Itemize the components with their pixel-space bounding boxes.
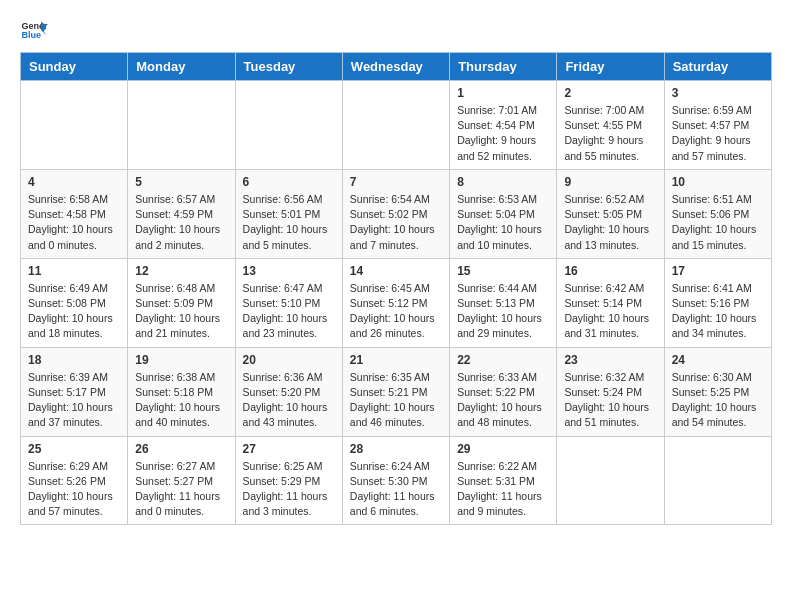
day-number: 7 xyxy=(350,175,442,189)
day-number: 11 xyxy=(28,264,120,278)
calendar-header-monday: Monday xyxy=(128,53,235,81)
calendar-week-4: 18Sunrise: 6:39 AMSunset: 5:17 PMDayligh… xyxy=(21,347,772,436)
day-info: Sunrise: 6:24 AMSunset: 5:30 PMDaylight:… xyxy=(350,459,442,520)
day-number: 25 xyxy=(28,442,120,456)
day-info: Sunrise: 6:29 AMSunset: 5:26 PMDaylight:… xyxy=(28,459,120,520)
calendar-header-saturday: Saturday xyxy=(664,53,771,81)
day-number: 14 xyxy=(350,264,442,278)
day-info: Sunrise: 7:01 AMSunset: 4:54 PMDaylight:… xyxy=(457,103,549,164)
day-number: 19 xyxy=(135,353,227,367)
calendar-cell: 25Sunrise: 6:29 AMSunset: 5:26 PMDayligh… xyxy=(21,436,128,525)
day-number: 27 xyxy=(243,442,335,456)
calendar-week-5: 25Sunrise: 6:29 AMSunset: 5:26 PMDayligh… xyxy=(21,436,772,525)
calendar-cell: 21Sunrise: 6:35 AMSunset: 5:21 PMDayligh… xyxy=(342,347,449,436)
calendar-cell: 16Sunrise: 6:42 AMSunset: 5:14 PMDayligh… xyxy=(557,258,664,347)
day-info: Sunrise: 6:45 AMSunset: 5:12 PMDaylight:… xyxy=(350,281,442,342)
calendar-cell: 14Sunrise: 6:45 AMSunset: 5:12 PMDayligh… xyxy=(342,258,449,347)
day-info: Sunrise: 6:57 AMSunset: 4:59 PMDaylight:… xyxy=(135,192,227,253)
calendar-cell: 13Sunrise: 6:47 AMSunset: 5:10 PMDayligh… xyxy=(235,258,342,347)
day-number: 9 xyxy=(564,175,656,189)
day-number: 26 xyxy=(135,442,227,456)
day-number: 8 xyxy=(457,175,549,189)
day-number: 28 xyxy=(350,442,442,456)
calendar-week-3: 11Sunrise: 6:49 AMSunset: 5:08 PMDayligh… xyxy=(21,258,772,347)
calendar-header-thursday: Thursday xyxy=(450,53,557,81)
day-number: 3 xyxy=(672,86,764,100)
day-number: 12 xyxy=(135,264,227,278)
calendar-cell: 23Sunrise: 6:32 AMSunset: 5:24 PMDayligh… xyxy=(557,347,664,436)
day-number: 16 xyxy=(564,264,656,278)
day-info: Sunrise: 6:51 AMSunset: 5:06 PMDaylight:… xyxy=(672,192,764,253)
calendar-cell xyxy=(21,81,128,170)
calendar-cell: 15Sunrise: 6:44 AMSunset: 5:13 PMDayligh… xyxy=(450,258,557,347)
calendar-header-friday: Friday xyxy=(557,53,664,81)
calendar-cell: 12Sunrise: 6:48 AMSunset: 5:09 PMDayligh… xyxy=(128,258,235,347)
calendar-cell: 9Sunrise: 6:52 AMSunset: 5:05 PMDaylight… xyxy=(557,169,664,258)
calendar-cell: 26Sunrise: 6:27 AMSunset: 5:27 PMDayligh… xyxy=(128,436,235,525)
day-info: Sunrise: 6:22 AMSunset: 5:31 PMDaylight:… xyxy=(457,459,549,520)
calendar-cell: 20Sunrise: 6:36 AMSunset: 5:20 PMDayligh… xyxy=(235,347,342,436)
day-info: Sunrise: 6:42 AMSunset: 5:14 PMDaylight:… xyxy=(564,281,656,342)
day-info: Sunrise: 6:48 AMSunset: 5:09 PMDaylight:… xyxy=(135,281,227,342)
day-number: 2 xyxy=(564,86,656,100)
calendar-cell: 2Sunrise: 7:00 AMSunset: 4:55 PMDaylight… xyxy=(557,81,664,170)
day-number: 4 xyxy=(28,175,120,189)
calendar-cell: 10Sunrise: 6:51 AMSunset: 5:06 PMDayligh… xyxy=(664,169,771,258)
calendar-cell: 4Sunrise: 6:58 AMSunset: 4:58 PMDaylight… xyxy=(21,169,128,258)
calendar-cell: 3Sunrise: 6:59 AMSunset: 4:57 PMDaylight… xyxy=(664,81,771,170)
day-info: Sunrise: 6:27 AMSunset: 5:27 PMDaylight:… xyxy=(135,459,227,520)
day-info: Sunrise: 6:47 AMSunset: 5:10 PMDaylight:… xyxy=(243,281,335,342)
calendar-cell: 8Sunrise: 6:53 AMSunset: 5:04 PMDaylight… xyxy=(450,169,557,258)
day-info: Sunrise: 6:59 AMSunset: 4:57 PMDaylight:… xyxy=(672,103,764,164)
day-number: 20 xyxy=(243,353,335,367)
calendar-cell xyxy=(235,81,342,170)
day-number: 17 xyxy=(672,264,764,278)
calendar-cell xyxy=(557,436,664,525)
day-info: Sunrise: 6:30 AMSunset: 5:25 PMDaylight:… xyxy=(672,370,764,431)
calendar-header-sunday: Sunday xyxy=(21,53,128,81)
calendar-cell: 24Sunrise: 6:30 AMSunset: 5:25 PMDayligh… xyxy=(664,347,771,436)
day-info: Sunrise: 6:38 AMSunset: 5:18 PMDaylight:… xyxy=(135,370,227,431)
day-info: Sunrise: 6:56 AMSunset: 5:01 PMDaylight:… xyxy=(243,192,335,253)
day-number: 15 xyxy=(457,264,549,278)
day-info: Sunrise: 6:52 AMSunset: 5:05 PMDaylight:… xyxy=(564,192,656,253)
calendar-cell: 28Sunrise: 6:24 AMSunset: 5:30 PMDayligh… xyxy=(342,436,449,525)
day-number: 23 xyxy=(564,353,656,367)
day-number: 21 xyxy=(350,353,442,367)
calendar-header-row: SundayMondayTuesdayWednesdayThursdayFrid… xyxy=(21,53,772,81)
calendar-header-wednesday: Wednesday xyxy=(342,53,449,81)
day-info: Sunrise: 6:44 AMSunset: 5:13 PMDaylight:… xyxy=(457,281,549,342)
day-info: Sunrise: 6:49 AMSunset: 5:08 PMDaylight:… xyxy=(28,281,120,342)
day-number: 29 xyxy=(457,442,549,456)
calendar-cell: 5Sunrise: 6:57 AMSunset: 4:59 PMDaylight… xyxy=(128,169,235,258)
day-number: 18 xyxy=(28,353,120,367)
svg-text:Blue: Blue xyxy=(21,30,41,40)
calendar-cell: 7Sunrise: 6:54 AMSunset: 5:02 PMDaylight… xyxy=(342,169,449,258)
calendar-cell: 17Sunrise: 6:41 AMSunset: 5:16 PMDayligh… xyxy=(664,258,771,347)
calendar-cell: 11Sunrise: 6:49 AMSunset: 5:08 PMDayligh… xyxy=(21,258,128,347)
calendar-cell: 27Sunrise: 6:25 AMSunset: 5:29 PMDayligh… xyxy=(235,436,342,525)
calendar-cell xyxy=(128,81,235,170)
day-info: Sunrise: 6:41 AMSunset: 5:16 PMDaylight:… xyxy=(672,281,764,342)
calendar: SundayMondayTuesdayWednesdayThursdayFrid… xyxy=(20,52,772,525)
day-number: 24 xyxy=(672,353,764,367)
calendar-cell: 18Sunrise: 6:39 AMSunset: 5:17 PMDayligh… xyxy=(21,347,128,436)
logo-icon: General Blue xyxy=(20,16,48,44)
day-info: Sunrise: 6:33 AMSunset: 5:22 PMDaylight:… xyxy=(457,370,549,431)
day-info: Sunrise: 6:58 AMSunset: 4:58 PMDaylight:… xyxy=(28,192,120,253)
day-info: Sunrise: 6:36 AMSunset: 5:20 PMDaylight:… xyxy=(243,370,335,431)
day-info: Sunrise: 6:53 AMSunset: 5:04 PMDaylight:… xyxy=(457,192,549,253)
calendar-cell: 22Sunrise: 6:33 AMSunset: 5:22 PMDayligh… xyxy=(450,347,557,436)
day-info: Sunrise: 6:25 AMSunset: 5:29 PMDaylight:… xyxy=(243,459,335,520)
calendar-cell xyxy=(664,436,771,525)
calendar-cell xyxy=(342,81,449,170)
calendar-week-2: 4Sunrise: 6:58 AMSunset: 4:58 PMDaylight… xyxy=(21,169,772,258)
calendar-week-1: 1Sunrise: 7:01 AMSunset: 4:54 PMDaylight… xyxy=(21,81,772,170)
logo: General Blue xyxy=(20,16,52,44)
day-info: Sunrise: 6:39 AMSunset: 5:17 PMDaylight:… xyxy=(28,370,120,431)
day-number: 5 xyxy=(135,175,227,189)
calendar-cell: 29Sunrise: 6:22 AMSunset: 5:31 PMDayligh… xyxy=(450,436,557,525)
day-number: 10 xyxy=(672,175,764,189)
day-info: Sunrise: 6:32 AMSunset: 5:24 PMDaylight:… xyxy=(564,370,656,431)
day-number: 22 xyxy=(457,353,549,367)
